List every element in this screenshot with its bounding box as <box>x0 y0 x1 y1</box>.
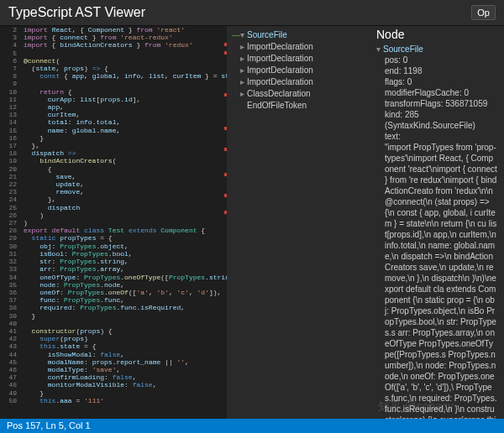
code-line[interactable]: }, <box>24 142 227 149</box>
code-line[interactable]: ) <box>24 219 227 227</box>
code-line[interactable]: remove, <box>24 188 227 196</box>
chevron-right-icon[interactable] <box>240 100 247 112</box>
code-line[interactable]: oneOf: PropTypes.oneOf(['a', 'b', 'c', '… <box>24 289 227 296</box>
node-type-row[interactable]: ▾SourceFile <box>376 44 497 55</box>
cursor-position: Pos 157, Ln 5, Col 1 <box>7 420 91 430</box>
code-line[interactable] <box>24 320 227 327</box>
error-marker-icon <box>224 194 227 197</box>
chevron-right-icon[interactable]: ▸ <box>240 41 247 53</box>
tree-child-node[interactable]: ▸ImportDeclaration <box>232 41 365 53</box>
code-line[interactable]: constructor(props) { <box>24 327 227 335</box>
tree-root-node[interactable]: —▾SourceFile <box>232 29 365 41</box>
tree-child-node[interactable]: ▸ImportDeclaration <box>232 65 365 76</box>
error-marker-icon <box>224 51 227 55</box>
code-line[interactable]: arr: PropTypes.array, <box>24 265 227 273</box>
node-property: transformFlags: 536871059 <box>376 98 497 109</box>
code-line[interactable]: import React, { Component } from 'react' <box>24 26 227 34</box>
code-line[interactable]: required: PropTypes.func.isRequired, <box>24 304 227 311</box>
code-line[interactable]: } <box>24 389 227 397</box>
code-line[interactable]: const { app, global, info, list, curItem… <box>24 72 227 80</box>
code-line[interactable]: modalName: props.report_name || '', <box>24 358 227 366</box>
node-property: modifierFlagsCache: 0 <box>376 87 497 98</box>
code-line[interactable]: total: info.total, <box>24 118 227 126</box>
error-marker-icon <box>224 93 227 97</box>
tree-child-node[interactable]: EndOfFileToken <box>232 100 365 112</box>
node-property: pos: 0 <box>376 55 497 65</box>
node-property: end: 1198 <box>376 65 497 76</box>
chevron-right-icon[interactable]: ▸ <box>240 65 247 76</box>
code-line[interactable]: bindActionCreators( <box>24 157 227 164</box>
code-line[interactable]: save, <box>24 173 227 180</box>
code-line[interactable]: monitorModalVisible: false, <box>24 381 227 389</box>
node-text-value: "import PropTypes from 'prop-types'\nimp… <box>376 142 497 419</box>
node-details-panel: Node ▾SourceFile pos: 0end: 1198flags: 0… <box>370 26 504 419</box>
code-line[interactable]: { <box>24 165 227 173</box>
code-line[interactable]: (state, props) => { <box>24 65 227 72</box>
code-line[interactable]: } <box>24 134 227 142</box>
ast-tree-panel: —▾SourceFile ▸ImportDeclaration▸ImportDe… <box>227 26 370 419</box>
code-line[interactable]: import { bindActionCreators } from 'redu… <box>24 41 227 49</box>
code-line[interactable]: super(props) <box>24 335 227 342</box>
code-line[interactable] <box>24 50 227 57</box>
code-line[interactable]: node: PropTypes.node, <box>24 281 227 289</box>
node-property: kind: 285 (SyntaxKind.SourceFile) <box>376 109 497 131</box>
line-gutter: 2345678910111213141516171819202122232425… <box>0 26 20 404</box>
code-line[interactable]: @connect( <box>24 57 227 65</box>
code-line[interactable]: ) <box>24 211 227 219</box>
code-line[interactable]: curItem, <box>24 111 227 118</box>
code-line[interactable]: isBool: PropTypes.bool, <box>24 250 227 258</box>
app-header: TypeScript AST Viewer Op <box>0 0 504 26</box>
code-line[interactable]: oneOfType: PropTypes.oneOfType([PropType… <box>24 274 227 281</box>
code-line[interactable]: isShowModal: false, <box>24 351 227 358</box>
chevron-down-icon[interactable]: ▾ <box>376 44 383 55</box>
code-line[interactable]: func: PropTypes.func, <box>24 296 227 304</box>
code-line[interactable]: modalType: 'save', <box>24 366 227 373</box>
code-line[interactable]: curApp: list[props.id], <box>24 96 227 103</box>
code-line[interactable] <box>24 80 227 87</box>
options-button[interactable]: Op <box>471 5 496 20</box>
code-line[interactable]: static propTypes = { <box>24 234 227 242</box>
node-panel-title: Node <box>376 29 497 40</box>
code-content[interactable]: import React, { Component } from 'react'… <box>24 26 227 404</box>
tree-child-node[interactable]: ▸ImportDeclaration <box>232 76 365 88</box>
tree-marker-icon: — <box>232 30 240 39</box>
node-property: flags: 0 <box>376 76 497 87</box>
code-line[interactable]: update, <box>24 180 227 188</box>
code-line[interactable]: confirmLoading: false, <box>24 373 227 381</box>
code-line[interactable]: str: PropTypes.string, <box>24 258 227 265</box>
code-editor[interactable]: 2345678910111213141516171819202122232425… <box>0 26 227 419</box>
chevron-down-icon[interactable]: ▾ <box>240 29 247 41</box>
code-line[interactable]: this.state = { <box>24 342 227 350</box>
tree-child-node[interactable]: ▸ClassDeclaration <box>232 88 365 100</box>
code-line[interactable]: return { <box>24 88 227 96</box>
chevron-right-icon[interactable]: ▸ <box>240 76 247 88</box>
error-marker-icon <box>224 173 227 176</box>
code-line[interactable]: name: global.name, <box>24 127 227 134</box>
error-marker-icon <box>224 148 227 151</box>
status-bar: Pos 157, Ln 5, Col 1 <box>0 419 504 433</box>
code-line[interactable]: }, <box>24 196 227 203</box>
code-line[interactable]: dispatch => <box>24 149 227 157</box>
code-line[interactable]: app, <box>24 103 227 111</box>
app-title: TypeScript AST Viewer <box>8 5 145 20</box>
chevron-right-icon[interactable]: ▸ <box>240 88 247 100</box>
error-marker-icon <box>224 43 227 46</box>
chevron-right-icon[interactable]: ▸ <box>240 53 247 65</box>
tree-child-node[interactable]: ▸ImportDeclaration <box>232 53 365 65</box>
code-line[interactable]: dispatch <box>24 204 227 211</box>
error-marker-icon <box>224 211 227 214</box>
node-property: text: <box>376 131 497 142</box>
code-line[interactable]: import { connect } from 'react-redux' <box>24 34 227 41</box>
code-line[interactable]: } <box>24 312 227 320</box>
code-line[interactable]: obj: PropTypes.object, <box>24 243 227 250</box>
code-line[interactable]: this.aaa = '111' <box>24 397 227 404</box>
main-layout: 2345678910111213141516171819202122232425… <box>0 26 504 419</box>
code-line[interactable]: export default class Test extends Compon… <box>24 227 227 234</box>
error-marker-icon <box>224 127 227 130</box>
